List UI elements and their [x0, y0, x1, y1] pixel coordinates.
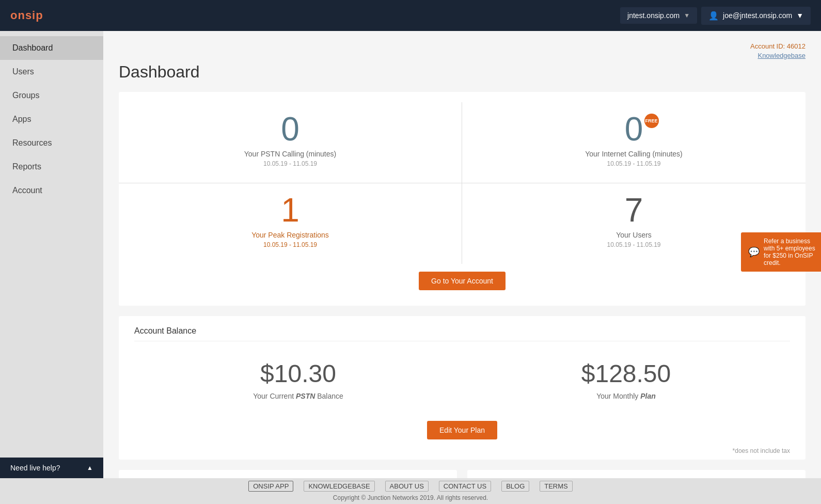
monthly-plan-amount: $128.50	[472, 359, 780, 388]
footer-link-onsip-app[interactable]: ONSIP APP	[248, 481, 293, 492]
peak-reg-cell: 1 Your Peak Registrations 10.05.19 - 11.…	[119, 183, 462, 264]
pstn-balance-amount: $10.30	[145, 359, 452, 388]
free-badge: FREE	[644, 114, 659, 128]
edit-plan-button[interactable]: Edit Your Plan	[427, 421, 497, 439]
footer: ONSIP APP KNOWLEDGEBASE ABOUT US CONTACT…	[0, 478, 821, 504]
main-content: Account ID: 46012 Knowledgebase Dashboar…	[103, 31, 821, 504]
referral-icon: 💬	[748, 246, 760, 258]
internet-calling-value: 0	[472, 113, 795, 146]
monthly-prefix: Your Monthly	[596, 392, 640, 400]
footer-link-terms[interactable]: TERMS	[540, 481, 573, 492]
goto-account-button[interactable]: Go to Your Account	[419, 272, 506, 290]
footer-link-blog[interactable]: BLOG	[501, 481, 529, 492]
monthly-plan-cell: $128.50 Your Monthly Plan	[462, 349, 790, 411]
pstn-suffix: Balance	[315, 392, 343, 400]
pstn-balance-label: Your Current PSTN Balance	[145, 392, 452, 400]
footer-link-contact-us[interactable]: CONTACT US	[439, 481, 491, 492]
referral-text: Refer a business with 5+ employees for $…	[764, 238, 816, 266]
internet-calling-cell: 0 FREE Your Internet Calling (minutes) 1…	[462, 102, 806, 183]
sidebar: Dashboard Users Groups Apps Resources Re…	[0, 31, 103, 504]
peak-reg-label: Your Peak Registrations	[129, 231, 451, 239]
pstn-calling-value: 0	[129, 113, 451, 146]
pstn-calling-cell: 0 Your PSTN Calling (minutes) 10.05.19 -…	[119, 102, 462, 183]
logo: onsip	[10, 9, 43, 22]
sidebar-item-account[interactable]: Account	[0, 179, 103, 202]
user-icon: 👤	[708, 11, 719, 21]
stats-grid: 0 Your PSTN Calling (minutes) 10.05.19 -…	[119, 102, 806, 264]
page-title: Dashboard	[119, 62, 806, 82]
internet-calling-label: Your Internet Calling (minutes)	[472, 150, 795, 158]
sidebar-item-users[interactable]: Users	[0, 60, 103, 84]
stats-card: 0 Your PSTN Calling (minutes) 10.05.19 -…	[119, 92, 806, 306]
plan-bold: Plan	[640, 392, 656, 400]
live-help-label: Need live help?	[10, 464, 60, 472]
account-info-bar: Account ID: 46012 Knowledgebase	[119, 41, 806, 60]
knowledgebase-link[interactable]: Knowledgebase	[757, 52, 806, 59]
referral-banner[interactable]: 💬 Refer a business with 5+ employees for…	[741, 232, 821, 272]
footer-link-about-us[interactable]: ABOUT US	[385, 481, 429, 492]
live-help-bar[interactable]: Need live help? ▲	[0, 458, 103, 478]
user-menu-chevron: ▼	[796, 11, 803, 20]
sidebar-item-reports[interactable]: Reports	[0, 155, 103, 179]
header-controls: jntest.onsip.com ▼ 👤 joe@jntest.onsip.co…	[620, 7, 811, 25]
header: onsip jntest.onsip.com ▼ 👤 joe@jntest.on…	[0, 0, 821, 31]
pstn-bold: PSTN	[296, 392, 315, 400]
footer-links: ONSIP APP KNOWLEDGEBASE ABOUT US CONTACT…	[248, 481, 573, 492]
footer-copyright: Copyright © Junction Networks 2019. All …	[333, 494, 488, 501]
tax-note: *does not include tax	[134, 447, 790, 454]
account-selector-dropdown[interactable]: jntest.onsip.com ▼	[620, 7, 697, 24]
sidebar-item-groups[interactable]: Groups	[0, 84, 103, 107]
user-email-label: joe@jntest.onsip.com	[723, 11, 792, 20]
sidebar-item-apps[interactable]: Apps	[0, 107, 103, 131]
account-balance-title: Account Balance	[134, 326, 790, 341]
account-selector-label: jntest.onsip.com	[627, 11, 680, 20]
user-menu-dropdown[interactable]: 👤 joe@jntest.onsip.com ▼	[701, 7, 811, 25]
users-value: 7	[472, 194, 795, 227]
app-body: Dashboard Users Groups Apps Resources Re…	[0, 31, 821, 504]
account-balance-card: Account Balance $10.30 Your Current PSTN…	[119, 316, 806, 460]
peak-reg-value: 1	[129, 194, 451, 227]
internet-calling-date: 10.05.19 - 11.05.19	[472, 160, 795, 167]
balance-grid: $10.30 Your Current PSTN Balance $128.50…	[134, 349, 790, 411]
live-help-chevron: ▲	[87, 464, 93, 471]
pstn-calling-date: 10.05.19 - 11.05.19	[129, 160, 451, 167]
peak-reg-date: 10.05.19 - 11.05.19	[129, 241, 451, 248]
footer-link-knowledgebase[interactable]: KNOWLEDGEBASE	[304, 481, 374, 492]
account-id: Account ID: 46012	[750, 42, 806, 50]
pstn-calling-label: Your PSTN Calling (minutes)	[129, 150, 451, 158]
sidebar-item-resources[interactable]: Resources	[0, 131, 103, 155]
pstn-balance-prefix: Your Current	[253, 392, 296, 400]
sidebar-item-dashboard[interactable]: Dashboard	[0, 36, 103, 60]
monthly-plan-label: Your Monthly Plan	[472, 392, 780, 400]
account-selector-chevron: ▼	[684, 12, 690, 19]
pstn-balance-cell: $10.30 Your Current PSTN Balance	[134, 349, 462, 411]
logo-text: onsip	[10, 9, 43, 22]
